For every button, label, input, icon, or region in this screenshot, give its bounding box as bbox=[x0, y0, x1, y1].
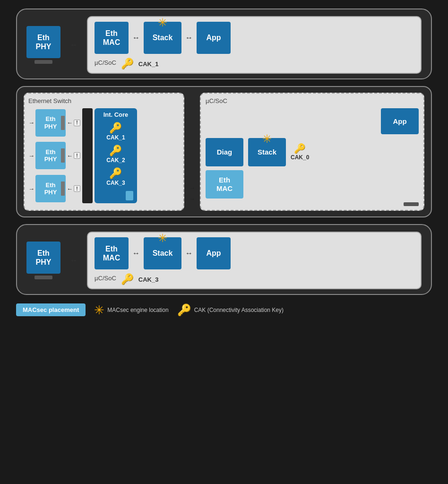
d1-arrow3: ↔ bbox=[185, 34, 193, 42]
d2-switch-inner: → EthPHY ← ! → EthPHY ← ! bbox=[28, 108, 180, 203]
d3-cak-label: CAK_3 bbox=[138, 276, 159, 283]
d2-exclaim2: ! bbox=[74, 152, 80, 159]
diagram2: Ethernet Switch → EthPHY ← ! → bbox=[16, 86, 432, 217]
d2-cak1-label: CAK_1 bbox=[106, 134, 125, 141]
legend-star-item: ✳ MACsec engine location bbox=[94, 304, 168, 316]
d2-diag-stack-row: Diag Stack ✳ 🔑 CAK_0 bbox=[206, 138, 419, 166]
d2-left-arrows: → EthPHY ← ! → EthPHY ← ! bbox=[28, 108, 80, 203]
d2-phy1-wrap: EthPHY bbox=[35, 109, 66, 137]
d2-mac-row: EthMAC bbox=[206, 170, 419, 199]
d2-key2-icon: 🔑 bbox=[109, 146, 122, 156]
d1-bottom-row: µC/SoC 🔑 CAK_1 bbox=[95, 59, 414, 69]
d1-mac-box: EthMAC bbox=[95, 22, 129, 54]
d2-arr-in2: → bbox=[28, 152, 34, 159]
d2-phy-row2: → EthPHY ← ! bbox=[28, 142, 80, 169]
d1-star-icon: ✳ bbox=[158, 17, 167, 28]
d3-app-box: App bbox=[197, 237, 231, 269]
d2-soc-container: µC/SoC App Diag Stack ✳ 🔑 CAK_0 EthMAC bbox=[200, 93, 424, 211]
legend-key-desc: CAK (Connectivity Association Key) bbox=[194, 307, 284, 313]
d2-arr-out2: ← bbox=[67, 152, 73, 159]
d2-exclaim3: ! bbox=[74, 185, 80, 192]
d2-soc-label: µC/SoC bbox=[206, 97, 419, 104]
d2-mac-box: EthMAC bbox=[206, 170, 243, 199]
d2-cak0-label: CAK_0 bbox=[291, 154, 309, 161]
d2-cak1-row: 🔑 CAK_1 bbox=[106, 123, 125, 141]
d2-arr-in1: → bbox=[28, 119, 34, 126]
d2-arr-out3: ← bbox=[67, 185, 73, 192]
d3-arrow3: ↔ bbox=[185, 249, 193, 258]
d2-stripe2 bbox=[61, 148, 65, 163]
d2-int-core-label: Int. Core bbox=[103, 111, 129, 118]
d2-int-core: Int. Core 🔑 CAK_1 🔑 CAK_2 🔑 CAK_3 bbox=[95, 108, 137, 203]
d2-phy-row3: → EthPHY ← ! bbox=[28, 175, 80, 202]
d2-arr-in3: → bbox=[28, 185, 34, 192]
d2-phy-row1: → EthPHY ← ! bbox=[28, 109, 80, 137]
d2-mid-arr2: → bbox=[189, 195, 195, 202]
d2-cak3-label: CAK_3 bbox=[106, 180, 125, 186]
d1-soc-label: µC/SoC bbox=[95, 59, 116, 66]
diagram3: EthPHY ↔ EthMAC ↔ Stack ✳ ↔ App µC/SoC 🔑… bbox=[16, 224, 432, 295]
legend-key-item: 🔑 CAK (Connectivity Association Key) bbox=[177, 304, 284, 316]
d1-key-icon: 🔑 bbox=[121, 59, 134, 69]
d3-inner-container: EthMAC ↔ Stack ✳ ↔ App µC/SoC 🔑 CAK_3 bbox=[87, 232, 422, 289]
d1-phy-box: EthPHY bbox=[26, 26, 60, 58]
d2-cak3-row: 🔑 CAK_3 bbox=[106, 168, 125, 186]
d2-app-row: App bbox=[206, 108, 419, 134]
d2-switch-fabric bbox=[82, 108, 93, 203]
d2-switch-box: Ethernet Switch → EthPHY ← ! → bbox=[24, 93, 184, 211]
d1-phy-bar bbox=[34, 60, 52, 64]
d3-soc-label: µC/SoC bbox=[95, 275, 116, 282]
d3-arrow1: ↔ bbox=[70, 256, 78, 265]
d2-stack-wrap: Stack ✳ bbox=[248, 138, 286, 166]
d2-key1-icon: 🔑 bbox=[109, 123, 122, 133]
d3-component-row: EthMAC ↔ Stack ✳ ↔ App bbox=[95, 237, 414, 269]
d3-phy-bar bbox=[34, 276, 52, 279]
d2-core-connector bbox=[126, 191, 133, 200]
d2-stripe3 bbox=[61, 182, 65, 196]
legend: MACsec placement ✳ MACsec engine locatio… bbox=[16, 303, 432, 316]
d2-bottom-bar bbox=[404, 202, 419, 206]
d1-arrow2: ↔ bbox=[132, 34, 140, 42]
d2-cak2-row: 🔑 CAK_2 bbox=[106, 146, 125, 164]
d2-switch-label: Ethernet Switch bbox=[28, 97, 180, 104]
d1-phy: EthPHY bbox=[26, 26, 60, 64]
diagram1: EthPHY ↔ EthMAC ↔ Stack ✳ ↔ App µC/SoC 🔑… bbox=[16, 9, 432, 79]
d2-mid-arrows: → → bbox=[189, 93, 195, 211]
d1-cak-label: CAK_1 bbox=[138, 60, 159, 68]
d1-arrow1: ↔ bbox=[70, 41, 78, 49]
d2-stripe1 bbox=[61, 116, 65, 130]
legend-star-desc: MACsec engine location bbox=[107, 307, 168, 313]
d2-exclaim1: ! bbox=[74, 120, 80, 126]
legend-pill: MACsec placement bbox=[16, 303, 86, 316]
d2-arr-out1: ← bbox=[67, 119, 73, 126]
d1-stack-wrapper: Stack ✳ bbox=[144, 22, 181, 54]
d2-star-icon: ✳ bbox=[262, 133, 272, 145]
d1-component-row: EthMAC ↔ Stack ✳ ↔ App bbox=[95, 22, 414, 54]
d2-diag-box: Diag bbox=[206, 138, 243, 166]
d3-mac-box: EthMAC bbox=[95, 237, 129, 269]
d3-key-icon: 🔑 bbox=[121, 274, 134, 285]
d2-key3-icon: 🔑 bbox=[109, 168, 122, 179]
legend-star-icon: ✳ bbox=[94, 304, 104, 316]
d3-arrow2: ↔ bbox=[132, 249, 140, 258]
d2-phy2-wrap: EthPHY bbox=[35, 142, 66, 169]
d2-bar-row bbox=[206, 202, 419, 206]
d2-mid-arr1: → bbox=[189, 184, 195, 191]
d1-inner-container: EthMAC ↔ Stack ✳ ↔ App µC/SoC 🔑 CAK_1 bbox=[87, 16, 422, 74]
d1-app-box: App bbox=[197, 22, 231, 54]
d2-phy3-wrap: EthPHY bbox=[35, 175, 66, 202]
d3-star-icon: ✳ bbox=[158, 233, 167, 244]
d3-phy-box: EthPHY bbox=[26, 242, 60, 274]
d2-cak2-label: CAK_2 bbox=[106, 157, 125, 164]
d3-stack-wrapper: Stack ✳ bbox=[144, 237, 181, 269]
d2-app-box: App bbox=[381, 108, 419, 134]
legend-key-icon: 🔑 bbox=[177, 304, 191, 316]
d2-cak0-group: 🔑 CAK_0 bbox=[291, 144, 309, 161]
d2-key0-icon: 🔑 bbox=[294, 144, 306, 153]
d3-bottom-row: µC/SoC 🔑 CAK_3 bbox=[95, 274, 414, 285]
d3-phy: EthPHY bbox=[26, 242, 60, 279]
